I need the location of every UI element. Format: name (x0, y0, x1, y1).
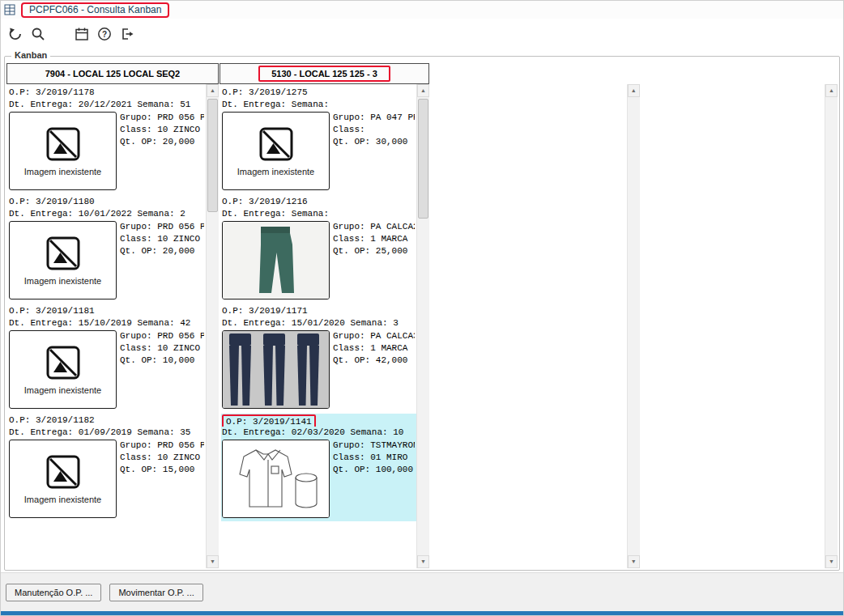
kanban-card[interactable]: O.P: 3/2019/1181Dt. Entrega: 15/10/2019 … (8, 304, 206, 412)
op-line: O.P: 3/2019/1180 (9, 196, 204, 208)
column-body: ▲▼ (642, 84, 838, 568)
qt-label: Qt. OP: 10,000 (120, 355, 204, 367)
vertical-scrollbar[interactable]: ▲▼ (416, 84, 429, 568)
toolbar: ? (1, 19, 843, 49)
grupo-label: Grupo: PA CALCA3 (333, 330, 415, 342)
broken-image-icon (45, 236, 81, 274)
scroll-up-button[interactable]: ▲ (825, 84, 838, 97)
card-info: Grupo: PA CALCA3Class: 1 MARCAQt. OP: 42… (330, 330, 415, 409)
missing-image-placeholder: Imagem inexistente (9, 440, 117, 518)
kanban-card[interactable]: O.P: 3/2019/1182Dt. Entrega: 01/09/2019 … (8, 414, 206, 521)
op-label: O.P: 3/2019/1171 (222, 305, 308, 317)
scroll-up-button[interactable]: ▲ (628, 84, 640, 97)
column-body: O.P: 3/2019/1275Dt. Entrega: Semana:Imag… (220, 84, 429, 568)
grupo-label: Grupo: PA CALCA2 (333, 221, 415, 233)
column-card-list (433, 84, 627, 568)
manutencao-op-button[interactable]: Manutenção O.P. ... (6, 584, 101, 601)
search-icon[interactable] (28, 24, 48, 44)
class-label: Class: 01 MIRO (333, 452, 415, 464)
card-body-row: Grupo: TSTMAYRONClass: 01 MIROQt. OP: 10… (222, 440, 415, 518)
op-line: O.P: 3/2019/1141 (222, 414, 415, 427)
card-body-row: Grupo: PA CALCA2Class: 1 MARCAQt. OP: 25… (222, 221, 415, 300)
card-body-row: Grupo: PA CALCA3Class: 1 MARCAQt. OP: 42… (222, 330, 415, 409)
op-line: O.P: 3/2019/1181 (9, 305, 204, 317)
column-header[interactable]: 7904 - LOCAL 125 LOCAL SEQ2 (6, 63, 219, 84)
scroll-track[interactable] (825, 97, 838, 555)
qt-label: Qt. OP: 20,000 (120, 245, 204, 257)
card-info: Grupo: PA CALCA2Class: 1 MARCAQt. OP: 25… (330, 221, 415, 300)
column-body: O.P: 3/2019/1178Dt. Entrega: 20/12/2021 … (6, 84, 219, 568)
broken-image-icon (45, 345, 81, 383)
app-icon (3, 3, 16, 16)
kanban-column-1: 7904 - LOCAL 125 LOCAL SEQ2O.P: 3/2019/1… (6, 63, 219, 568)
class-label: Class: 10 ZINCO (120, 233, 204, 245)
missing-image-text: Imagem inexistente (24, 167, 101, 176)
column-card-list (642, 84, 825, 568)
kanban-card[interactable]: O.P: 3/2019/1180Dt. Entrega: 10/01/2022 … (8, 195, 206, 303)
scroll-thumb[interactable] (418, 99, 428, 219)
scroll-thumb[interactable] (207, 99, 218, 212)
op-line: O.P: 3/2019/1182 (9, 414, 204, 427)
groupbox-label: Kanban (11, 50, 50, 60)
missing-image-text: Imagem inexistente (24, 276, 101, 286)
vertical-scrollbar[interactable]: ▲▼ (825, 84, 838, 568)
grupo-label: Grupo: PA 047 PR (333, 112, 415, 124)
kanban-columns: 7904 - LOCAL 125 LOCAL SEQ2O.P: 3/2019/1… (5, 57, 839, 570)
op-label: O.P: 3/2019/1178 (9, 87, 95, 99)
op-label: O.P: 3/2019/1216 (222, 196, 308, 208)
kanban-card[interactable]: O.P: 3/2019/1275Dt. Entrega: Semana:Imag… (221, 86, 416, 193)
missing-image-text: Imagem inexistente (237, 167, 314, 176)
scroll-up-button[interactable]: ▲ (417, 84, 429, 97)
calendar-icon[interactable] (72, 24, 92, 44)
broken-image-icon (45, 454, 81, 492)
qt-label: Qt. OP: 25,000 (333, 245, 415, 257)
kanban-column-3: ▲▼ (433, 63, 640, 568)
help-icon[interactable]: ? (95, 24, 114, 44)
scroll-down-button[interactable]: ▼ (207, 555, 219, 568)
entrega-label: Dt. Entrega: 15/10/2019 Semana: 42 (9, 317, 204, 329)
missing-image-placeholder: Imagem inexistente (9, 112, 117, 190)
grupo-label: Grupo: PRD 056 P (120, 330, 204, 342)
class-label: Class: 1 MARCA (333, 342, 415, 355)
card-info: Grupo: PA 047 PRClass:Qt. OP: 30,000 (330, 112, 415, 190)
window-bottom-accent (1, 611, 843, 615)
column-card-list: O.P: 3/2019/1178Dt. Entrega: 20/12/2021 … (6, 84, 206, 568)
scroll-up-button[interactable]: ▲ (207, 84, 219, 97)
qt-label: Qt. OP: 42,000 (333, 355, 415, 367)
op-label: O.P: 3/2019/1141 (222, 414, 316, 427)
vertical-scrollbar[interactable]: ▲▼ (206, 84, 219, 568)
qt-label: Qt. OP: 20,000 (120, 136, 204, 148)
exit-icon[interactable] (117, 24, 137, 44)
product-image (222, 221, 330, 300)
op-line: O.P: 3/2019/1216 (222, 196, 415, 208)
scroll-track[interactable] (628, 97, 640, 555)
vertical-scrollbar[interactable]: ▲▼ (627, 84, 640, 568)
scroll-track[interactable] (417, 97, 429, 555)
op-label: O.P: 3/2019/1275 (222, 87, 308, 99)
qt-label: Qt. OP: 30,000 (333, 136, 415, 148)
column-header[interactable]: 5130 - LOCAL 125 125 - 3 (220, 63, 429, 84)
entrega-label: Dt. Entrega: Semana: (222, 208, 415, 220)
op-line: O.P: 3/2019/1178 (9, 87, 204, 99)
scroll-down-button[interactable]: ▼ (628, 555, 640, 568)
movimentar-op-button[interactable]: Movimentar O.P. ... (109, 584, 202, 601)
missing-image-text: Imagem inexistente (24, 495, 101, 504)
undo-icon[interactable] (6, 24, 25, 44)
scroll-down-button[interactable]: ▼ (825, 555, 838, 568)
missing-image-text: Imagem inexistente (24, 385, 101, 395)
card-body-row: Imagem inexistenteGrupo: PRD 056 PClass:… (9, 221, 204, 300)
card-info: Grupo: PRD 056 PClass: 10 ZINCOQt. OP: 2… (117, 221, 204, 300)
op-line: O.P: 3/2019/1171 (222, 305, 415, 317)
svg-text:?: ? (102, 30, 107, 39)
kanban-card[interactable]: O.P: 3/2019/1171Dt. Entrega: 15/01/2020 … (221, 304, 416, 412)
kanban-card[interactable]: O.P: 3/2019/1216Dt. Entrega: Semana:Grup… (221, 195, 416, 303)
kanban-card[interactable]: O.P: 3/2019/1141Dt. Entrega: 02/03/2020 … (221, 414, 416, 521)
scroll-track[interactable] (207, 97, 219, 555)
entrega-label: Dt. Entrega: Semana: (222, 99, 415, 111)
grupo-label: Grupo: PRD 056 P (120, 221, 204, 233)
scroll-down-button[interactable]: ▼ (417, 555, 429, 568)
card-body-row: Imagem inexistenteGrupo: PRD 056 PClass:… (9, 330, 204, 409)
window-title: PCPFC066 - Consulta Kanban (21, 2, 169, 18)
entrega-label: Dt. Entrega: 20/12/2021 Semana: 51 (9, 99, 204, 111)
kanban-card[interactable]: O.P: 3/2019/1178Dt. Entrega: 20/12/2021 … (8, 86, 206, 193)
